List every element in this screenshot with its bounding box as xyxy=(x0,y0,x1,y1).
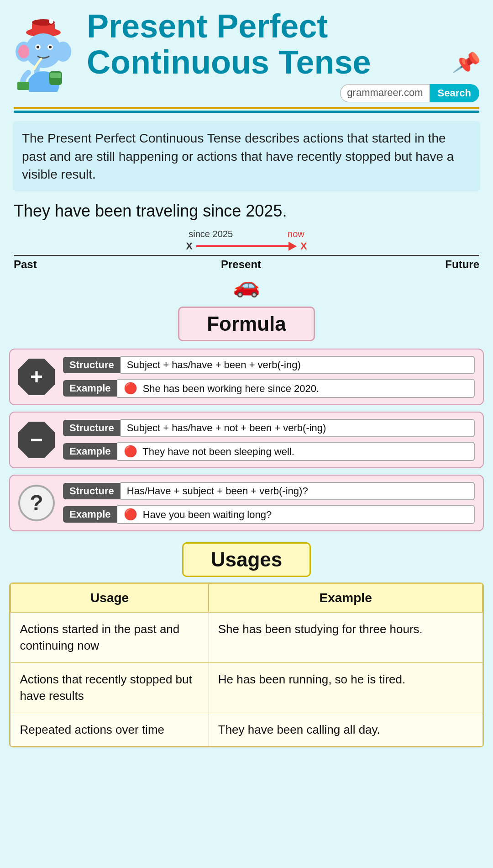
formula-cards: + Structure Subject + has/have + been + … xyxy=(9,349,484,531)
usage-cell: Actions that recently stopped but have r… xyxy=(10,662,209,713)
timeline-future: Future xyxy=(445,258,479,271)
search-domain: grammareer.com xyxy=(340,84,429,102)
table-row: Repeated actions over timeThey have been… xyxy=(10,713,483,746)
main-title: Present Perfect Continuous Tense xyxy=(87,8,479,80)
elephant-icon xyxy=(9,19,78,92)
usages-tbody: Actions started in the past and continui… xyxy=(10,612,483,746)
search-bar: grammareer.com Search xyxy=(87,84,479,102)
question-icon: ? xyxy=(18,485,55,521)
example-row-negative: Example 🔴 They have not been sleeping we… xyxy=(63,442,475,461)
formula-heading-box: Formula xyxy=(178,307,315,341)
structure-row-question: Structure Has/Have + subject + been + ve… xyxy=(63,482,475,500)
header: Present Perfect Continuous Tense grammar… xyxy=(0,0,493,102)
divider xyxy=(14,107,479,113)
structure-label-positive: Structure xyxy=(63,357,121,373)
structure-label-negative: Structure xyxy=(63,420,121,436)
formula-heading: Formula xyxy=(0,307,493,341)
formula-question-content: Structure Has/Have + subject + been + ve… xyxy=(63,482,475,524)
example-sentence: They have been traveling since 2025. xyxy=(14,201,479,221)
example-label-negative: Example xyxy=(63,443,117,460)
timeline-present: Present xyxy=(221,258,261,271)
minus-icon: − xyxy=(18,422,55,458)
table-header-row: Usage Example xyxy=(10,584,483,612)
usage-cell: Repeated actions over time xyxy=(10,713,209,746)
usages-table: Usage Example Actions started in the pas… xyxy=(10,583,483,746)
intro-text: The Present Perfect Continuous Tense des… xyxy=(22,131,454,181)
structure-label-question: Structure xyxy=(63,483,121,499)
usage-column-header: Usage xyxy=(10,584,209,612)
svg-point-3 xyxy=(49,19,53,24)
timeline-bottom: Past Present Future xyxy=(14,256,479,271)
example-cell: He has been running, so he is tired. xyxy=(209,662,483,713)
dot-icon-question: 🔴 xyxy=(124,508,137,520)
structure-text-positive: Subject + has/have + been + verb(-ing) xyxy=(121,356,475,374)
example-text-question: 🔴 Have you been waiting long? xyxy=(117,505,475,524)
formula-negative-content: Structure Subject + has/have + not + bee… xyxy=(63,419,475,461)
svg-rect-15 xyxy=(17,82,29,90)
structure-text-negative: Subject + has/have + not + been + verb(-… xyxy=(121,419,475,437)
plus-icon: + xyxy=(18,359,55,395)
formula-card-positive: + Structure Subject + has/have + been + … xyxy=(9,349,484,405)
since-label: since 2025 xyxy=(189,229,233,239)
example-text-negative: 🔴 They have not been sleeping well. xyxy=(117,442,475,461)
example-label-question: Example xyxy=(63,506,117,523)
formula-positive-content: Structure Subject + has/have + been + ve… xyxy=(63,356,475,398)
usages-table-wrapper: Usage Example Actions started in the pas… xyxy=(9,582,484,747)
formula-card-question: ? Structure Has/Have + subject + been + … xyxy=(9,475,484,531)
example-cell: They have been calling all day. xyxy=(209,713,483,746)
example-text-positive: 🔴 She has been working here since 2020. xyxy=(117,379,475,398)
example-cell: She has been studying for three hours. xyxy=(209,612,483,662)
timeline-past: Past xyxy=(14,258,37,271)
intro-box: The Present Perfect Continuous Tense des… xyxy=(13,121,480,191)
example-row-positive: Example 🔴 She has been working here sinc… xyxy=(63,379,475,398)
search-button[interactable]: Search xyxy=(430,84,479,102)
table-row: Actions that recently stopped but have r… xyxy=(10,662,483,713)
svg-point-7 xyxy=(18,45,29,58)
dot-icon-negative: 🔴 xyxy=(124,445,137,457)
timeline-top-labels: since 2025 now xyxy=(14,229,479,239)
timeline-arrow xyxy=(196,242,297,251)
structure-text-question: Has/Have + subject + been + verb(-ing)? xyxy=(121,482,475,500)
x-right: X xyxy=(300,240,307,252)
example-row-question: Example 🔴 Have you been waiting long? xyxy=(63,505,475,524)
timeline: since 2025 now X X Past Present Future 🚗 xyxy=(14,229,479,298)
now-label: now xyxy=(288,229,304,239)
example-column-header: Example xyxy=(209,584,483,612)
usages-heading: Usages xyxy=(0,542,493,577)
usage-cell: Actions started in the past and continui… xyxy=(10,612,209,662)
usages-heading-box: Usages xyxy=(182,542,311,577)
formula-card-negative: − Structure Subject + has/have + not + b… xyxy=(9,412,484,468)
svg-point-9 xyxy=(37,46,39,48)
svg-point-11 xyxy=(49,46,52,48)
pin-icon: 📌 xyxy=(451,48,483,78)
svg-rect-14 xyxy=(50,73,61,78)
example-label-positive: Example xyxy=(63,380,117,397)
x-left: X xyxy=(186,240,193,252)
structure-row-negative: Structure Subject + has/have + not + bee… xyxy=(63,419,475,437)
title-block: Present Perfect Continuous Tense grammar… xyxy=(87,8,479,102)
structure-row-positive: Structure Subject + has/have + been + ve… xyxy=(63,356,475,374)
svg-point-6 xyxy=(55,42,71,62)
timeline-x-row: X X xyxy=(14,240,479,252)
divider-gold xyxy=(14,107,479,109)
divider-teal xyxy=(14,111,479,113)
table-row: Actions started in the past and continui… xyxy=(10,612,483,662)
dot-icon-positive: 🔴 xyxy=(124,382,137,394)
car-icon: 🚗 xyxy=(14,273,479,298)
